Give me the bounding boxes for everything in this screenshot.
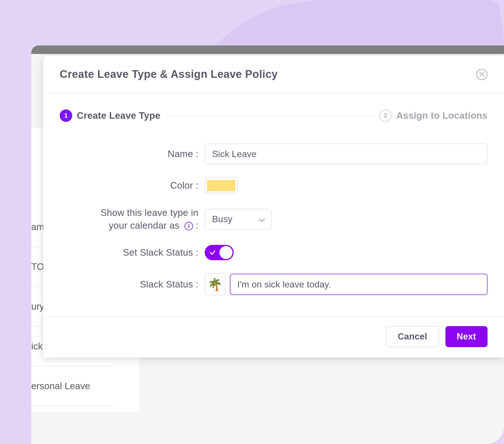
label-colon: :: [196, 220, 198, 231]
stepper: 1 Create Leave Type 2 Assign to Location…: [43, 93, 504, 134]
modal-footer: Cancel Next: [43, 317, 504, 357]
set-slack-status-label: Set Slack Status :: [60, 246, 205, 259]
chevron-down-icon: [259, 214, 265, 224]
calendar-as-label: Show this leave type in your calendar as…: [60, 207, 205, 232]
name-row: Name :: [60, 143, 488, 164]
bg-nav-item: ersonal Leave: [31, 366, 114, 406]
color-row: Color :: [60, 178, 488, 193]
slack-status-label: Slack Status :: [60, 278, 205, 291]
step-2-number: 2: [379, 109, 392, 122]
close-button[interactable]: [476, 69, 488, 80]
toggle-knob: [219, 246, 233, 259]
check-icon: [209, 249, 216, 256]
color-swatch: [207, 180, 235, 191]
palm-tree-icon: 🌴: [208, 278, 222, 291]
name-input[interactable]: [205, 143, 488, 164]
calendar-as-row: Show this leave type in your calendar as…: [60, 207, 488, 232]
close-icon: [479, 72, 484, 77]
calendar-as-select[interactable]: Busy: [205, 209, 272, 230]
modal-title: Create Leave Type & Assign Leave Policy: [60, 68, 278, 80]
calendar-label-line2: your calendar as: [109, 220, 180, 231]
set-slack-status-row: Set Slack Status :: [60, 245, 488, 260]
slack-status-input[interactable]: [230, 274, 488, 295]
step-divider: [167, 115, 373, 116]
modal-header: Create Leave Type & Assign Leave Policy: [43, 56, 504, 93]
step-1: 1 Create Leave Type: [60, 109, 160, 122]
calendar-as-value: Busy: [212, 214, 232, 224]
info-icon[interactable]: i: [184, 222, 193, 230]
step-1-label: Create Leave Type: [77, 110, 160, 121]
step-2: 2 Assign to Locations: [379, 109, 488, 122]
step-1-number: 1: [60, 109, 72, 122]
form-body: Name : Color : Show this leave type in y…: [43, 134, 504, 317]
next-button[interactable]: Next: [445, 326, 488, 347]
color-picker[interactable]: [205, 178, 238, 193]
set-slack-status-toggle[interactable]: [205, 245, 234, 260]
slack-status-emoji-picker[interactable]: 🌴: [205, 273, 225, 295]
color-label: Color :: [60, 179, 205, 192]
name-label: Name :: [60, 148, 205, 160]
slack-status-row: Slack Status : 🌴: [60, 273, 488, 295]
step-2-label: Assign to Locations: [396, 110, 488, 121]
calendar-label-line1: Show this leave type in: [101, 207, 198, 218]
cancel-button[interactable]: Cancel: [386, 326, 439, 347]
create-leave-type-modal: Create Leave Type & Assign Leave Policy …: [43, 56, 504, 357]
